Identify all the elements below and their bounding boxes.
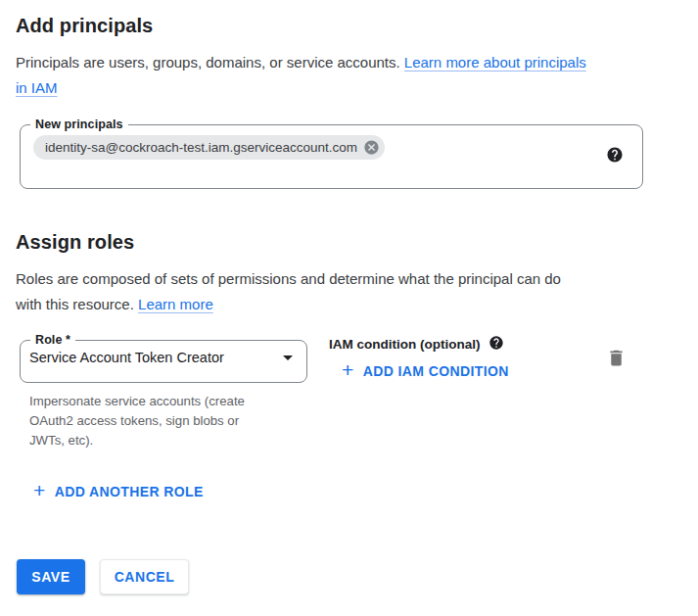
principals-description-text: Principals are users, groups, domains, o… xyxy=(16,54,404,71)
new-principals-field[interactable]: New principals identity-sa@cockroach-tes… xyxy=(20,118,643,189)
principal-chip: identity-sa@cockroach-test.iam.gservicea… xyxy=(33,135,385,160)
plus-icon: + xyxy=(342,362,354,378)
delete-role-button[interactable] xyxy=(606,348,627,371)
add-principals-panel: Add principals Principals are users, gro… xyxy=(0,0,698,616)
role-selected-value: Service Account Token Creator xyxy=(29,350,224,365)
principal-chip-label: identity-sa@cockroach-test.iam.gservicea… xyxy=(45,140,357,155)
role-select[interactable]: Role * Service Account Token Creator xyxy=(20,333,307,383)
plus-icon: + xyxy=(33,483,46,498)
iam-condition-label-row: IAM condition (optional) xyxy=(329,335,504,354)
new-principals-help-button[interactable] xyxy=(606,146,624,166)
role-helper-text: Impersonate service accounts (create OAu… xyxy=(29,392,282,450)
new-principals-label: New principals xyxy=(30,118,128,131)
page-title: Add principals xyxy=(16,13,153,38)
assign-roles-title: Assign roles xyxy=(16,229,134,255)
help-icon xyxy=(489,335,504,354)
chevron-down-icon xyxy=(283,355,293,360)
principals-description: Principals are users, groups, domains, o… xyxy=(16,50,654,100)
help-icon xyxy=(606,146,624,166)
learn-more-roles-link[interactable]: Learn more xyxy=(138,296,213,312)
cancel-icon xyxy=(363,139,380,156)
role-label: Role * xyxy=(30,333,75,347)
add-iam-condition-button[interactable]: + ADD IAM CONDITION xyxy=(342,363,509,379)
iam-condition-help-button[interactable] xyxy=(489,335,504,354)
cancel-button[interactable]: CANCEL xyxy=(100,559,189,594)
assign-roles-description: Roles are composed of sets of permission… xyxy=(16,266,662,316)
add-another-role-button[interactable]: + ADD ANOTHER ROLE xyxy=(33,484,204,499)
trash-icon xyxy=(606,356,627,371)
save-button[interactable]: SAVE xyxy=(17,559,85,594)
iam-condition-label: IAM condition (optional) xyxy=(329,337,480,352)
chip-remove-button[interactable] xyxy=(363,139,380,156)
